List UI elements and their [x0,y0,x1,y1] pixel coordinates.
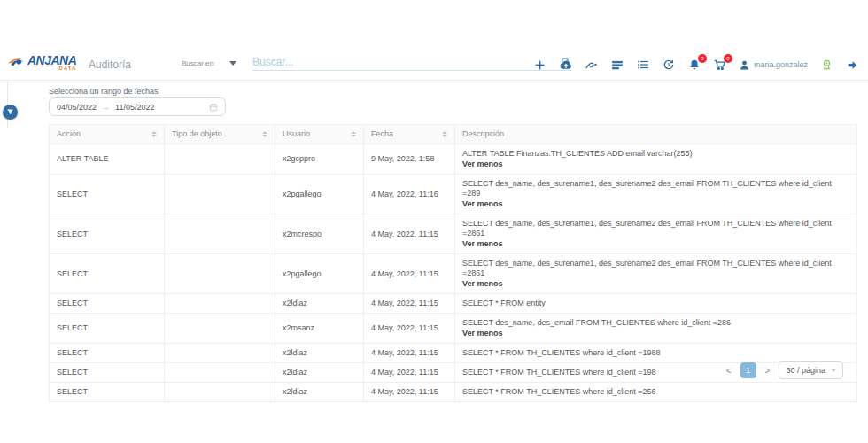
cart-badge: 0 [724,54,732,63]
cell-fecha: 4 May, 2022, 11:15 [364,294,455,313]
table-row: ALTER TABLE x2gcppro 9 May, 2022, 1:58 A… [50,144,856,175]
ver-menos-link[interactable]: Ver menos [462,199,503,209]
cell-fecha: 4 May, 2022, 11:15 [364,314,455,343]
add-icon[interactable] [533,58,547,72]
search-input[interactable] [252,56,561,68]
table-row: SELECT x2ldiaz 4 May, 2022, 11:15 SELECT… [50,383,856,402]
cell-usuario: x2msanz [275,314,364,343]
cell-descripcion: ALTER TABLE Finanzas.TH_CLIENTES ADD ema… [455,144,856,174]
column-header-accion[interactable]: Acción [50,125,165,144]
cell-fecha: 4 May, 2022, 11:15 [364,254,455,293]
page-title: Auditoría [89,58,131,71]
search-scope-label: Buscar en: [182,59,215,67]
sort-icon[interactable] [262,131,267,137]
cell-fecha: 9 May, 2022, 1:58 [364,144,455,174]
table-row: SELECT x2ldiaz 4 May, 2022, 11:15 SELECT… [50,294,856,314]
filter-button[interactable] [3,105,18,120]
logout-icon[interactable] [845,58,859,72]
logo-swirl-icon [7,53,25,71]
cloud-upload-icon[interactable] [559,58,573,72]
cell-usuario: x2ldiaz [275,383,364,401]
search-scope-select[interactable]: Buscar en: [182,59,236,67]
cell-fecha: 4 May, 2022, 11:15 [364,214,455,253]
cell-descripcion: SELECT * FROM TH_CLIENTES where id_clien… [455,383,856,401]
top-header: ANJANA DATA Auditoría Buscar en: [0,49,868,81]
cart-icon[interactable]: 0 [713,58,727,72]
user-name: maria.gonzalez [754,60,808,69]
cell-accion: SELECT [50,214,165,253]
cell-tipo [165,314,275,343]
sort-icon[interactable] [442,131,447,137]
cell-fecha: 4 May, 2022, 11:15 [364,363,455,382]
calendar-icon [209,103,218,112]
page-size-select[interactable]: 30 / página [779,361,843,379]
checklist-icon[interactable] [636,58,650,72]
audit-table: Acción Tipo de objeto Usuario Fecha Desc… [49,124,857,402]
cell-accion: SELECT [50,254,165,293]
cell-descripcion: SELECT des_name, des_email FROM TH_CLIEN… [455,314,856,343]
cell-tipo [165,144,275,174]
column-header-tipo[interactable]: Tipo de objeto [165,125,275,144]
cell-tipo [165,214,275,253]
anjana-logo[interactable]: ANJANA DATA [7,53,76,71]
sort-icon[interactable] [151,131,157,137]
table-row: SELECT x2pgallego 4 May, 2022, 11:16 SEL… [50,175,856,214]
cell-usuario: x2pgallego [275,175,364,214]
cell-descripcion: SELECT * FROM TH_CLIENTES where id_clien… [455,344,856,362]
logo-subtitle: DATA [59,66,77,71]
table-row: SELECT x2pgallego 4 May, 2022, 11:15 SEL… [50,254,856,294]
cell-usuario: x2ldiaz [275,363,364,382]
cell-accion: SELECT [50,344,165,362]
page-1-button[interactable]: 1 [740,362,756,378]
prev-page-button[interactable]: < [725,364,733,377]
cell-tipo [165,383,275,401]
column-header-descripcion: Descripción [455,125,856,144]
date-end-value[interactable]: 11/05/2022 [115,103,154,112]
cell-fecha: 4 May, 2022, 11:15 [364,344,455,362]
column-header-usuario[interactable]: Usuario [275,125,364,144]
table-row: SELECT x2mcrespo 4 May, 2022, 11:15 SELE… [50,214,856,254]
ver-menos-link[interactable]: Ver menos [462,159,503,169]
cell-fecha: 4 May, 2022, 11:16 [364,175,455,214]
date-range-label: Selecciona un rango de fechas [49,87,159,96]
sort-icon[interactable] [351,131,356,137]
cell-tipo [165,344,275,362]
ver-menos-link[interactable]: Ver menos [462,279,503,289]
cell-descripcion: SELECT des_name, des_surename1, des_sure… [455,214,856,253]
cell-accion: SELECT [50,383,165,401]
chevron-down-icon [831,369,836,372]
cell-accion: SELECT [50,314,165,343]
logo-name: ANJANA [27,54,76,66]
cell-usuario: x2pgallego [275,254,364,293]
history-icon[interactable] [662,58,676,72]
cell-usuario: x2gcppro [275,144,364,174]
user-icon [739,59,750,71]
table-header-row: Acción Tipo de objeto Usuario Fecha Desc… [50,125,856,144]
header-toolbar: 0 0 maria.gonzalez [533,54,859,75]
ver-menos-link[interactable]: Ver menos [462,329,503,338]
user-menu[interactable]: maria.gonzalez [739,59,808,71]
filter-icon [6,108,14,116]
cell-descripcion: SELECT * FROM entity [455,294,856,313]
cell-usuario: x2mcrespo [275,214,364,253]
certificate-icon[interactable] [819,58,833,72]
signature-icon[interactable] [585,58,599,72]
date-start-value[interactable]: 04/05/2022 [57,103,97,112]
rows-icon[interactable] [610,58,624,72]
search-bar [252,56,571,71]
cell-accion: SELECT [50,363,165,382]
cell-usuario: x2ldiaz [275,344,364,362]
column-header-fecha[interactable]: Fecha [364,125,455,144]
cell-tipo [165,294,275,313]
cell-accion: ALTER TABLE [50,144,165,174]
next-page-button[interactable]: > [763,364,772,377]
audit-page: ANJANA DATA Auditoría Buscar en: [0,0,868,443]
cell-descripcion: SELECT des_name, des_surename1, des_sure… [455,254,856,293]
cell-tipo [165,363,275,382]
date-range-picker[interactable]: 04/05/2022 → 11/05/2022 [49,97,226,116]
cell-descripcion: SELECT des_name, des_surename1, des_sure… [455,175,856,214]
date-range-arrow: → [102,103,110,112]
notifications-icon[interactable]: 0 [687,58,701,72]
cell-usuario: x2ldiaz [275,294,364,313]
ver-menos-link[interactable]: Ver menos [462,239,503,249]
